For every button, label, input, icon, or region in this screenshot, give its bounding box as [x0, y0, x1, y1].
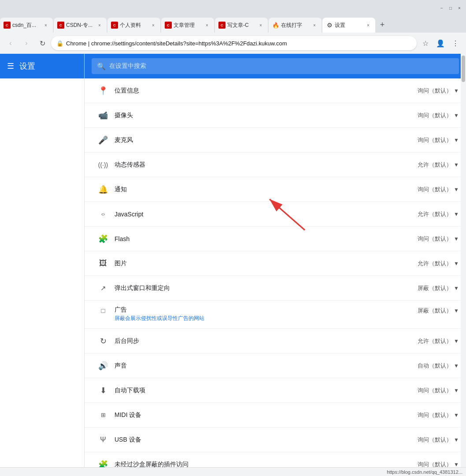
dropdown-arrow-icon: ▼	[454, 461, 459, 468]
new-tab-button[interactable]: +	[376, 19, 388, 31]
download-icon: ⬇	[95, 386, 111, 395]
browser-brand: Chrome	[66, 40, 86, 47]
tab-label: 在线打字	[281, 22, 309, 29]
tab-close[interactable]: ×	[150, 22, 157, 29]
account-button[interactable]: 👤	[433, 36, 448, 50]
settings-sidebar-title: 设置	[19, 61, 35, 71]
row-value: 屏蔽（默认）	[418, 307, 452, 315]
tab-favicon: C	[111, 22, 118, 29]
row-control-notification[interactable]: 询问（默认） ▼	[418, 186, 459, 193]
back-button[interactable]: ‹	[4, 36, 18, 50]
tab-write[interactable]: C 写文章-C ×	[215, 18, 268, 33]
tab-label: CSDN-专...	[66, 22, 94, 29]
sound-icon: 🔊	[95, 361, 111, 371]
unsandboxed-icon: 🧩	[95, 460, 111, 468]
settings-row-download[interactable]: ⬇ 自动下载项 询问（默认） ▼	[85, 378, 466, 403]
tab-close[interactable]: ×	[365, 22, 372, 29]
dropdown-arrow-icon: ▼	[454, 437, 459, 443]
row-control-motion[interactable]: 允许（默认） ▼	[418, 161, 459, 169]
tab-close[interactable]: ×	[203, 22, 211, 29]
address-input[interactable]: 🔒 Chrome | chrome://settings/content/sit…	[51, 36, 417, 50]
settings-row-midi[interactable]: ⊞ MIDI 设备 询问（默认） ▼	[85, 403, 466, 428]
row-content-bg-sync: 后台同步	[111, 337, 418, 345]
settings-row-javascript[interactable]: ‹› JavaScript 允许（默认） ▼	[85, 202, 466, 227]
settings-row-location[interactable]: 📍 位置信息 询问（默认） ▼	[85, 78, 466, 103]
row-control-javascript[interactable]: 允许（默认） ▼	[418, 210, 459, 218]
address-url: chrome://settings/content/siteDetails?si…	[91, 40, 287, 47]
close-button[interactable]: ×	[456, 5, 462, 11]
row-value: 询问（默认）	[418, 136, 452, 144]
row-control-microphone[interactable]: 询问（默认） ▼	[418, 136, 459, 144]
address-right-icons: ☆ 👤 ⋮	[418, 36, 462, 50]
tab-typing[interactable]: 🔥 在线打字 ×	[269, 18, 322, 33]
row-content-images: 图片	[111, 260, 418, 268]
row-control-sound[interactable]: 自动（默认） ▼	[418, 362, 459, 370]
settings-row-sound[interactable]: 🔊 声音 自动（默认） ▼	[85, 353, 466, 378]
search-input-wrap[interactable]: 🔍 在设置中搜索	[92, 58, 459, 74]
ads-icon: □	[95, 307, 111, 314]
tab-close[interactable]: ×	[257, 22, 264, 29]
row-control-location[interactable]: 询问（默认） ▼	[418, 87, 459, 95]
forward-button[interactable]: ›	[19, 36, 33, 50]
row-content-ads: 广告 屏蔽会展示侵扰性或误导性广告的网站	[111, 306, 418, 322]
dropdown-arrow-icon: ▼	[454, 186, 459, 193]
row-control-images[interactable]: 允许（默认） ▼	[418, 260, 459, 268]
microphone-icon: 🎤	[95, 135, 111, 145]
tab-close[interactable]: ×	[311, 22, 318, 29]
tab-settings[interactable]: ⚙ 设置 ×	[322, 18, 375, 33]
settings-row-usb[interactable]: Ψ USB 设备 询问（默认） ▼	[85, 428, 466, 452]
scrollbar-thumb[interactable]	[462, 56, 465, 82]
dropdown-arrow-icon: ▼	[454, 112, 459, 119]
row-control-camera[interactable]: 询问（默认） ▼	[418, 112, 459, 119]
bg-sync-icon: ↻	[95, 336, 111, 346]
row-control-ads[interactable]: 屏蔽（默认） ▼	[418, 307, 459, 315]
row-control-unsandboxed[interactable]: 询问（默认） ▼	[418, 461, 459, 468]
row-control-download[interactable]: 询问（默认） ▼	[418, 387, 459, 394]
tab-profile[interactable]: C 个人资料 ×	[107, 18, 160, 33]
settings-row-flash[interactable]: 🧩 Flash 询问（默认） ▼	[85, 227, 466, 251]
refresh-button[interactable]: ↻	[35, 36, 49, 50]
popup-icon: ↗	[95, 284, 111, 292]
address-text: Chrome | chrome://settings/content/siteD…	[66, 40, 287, 47]
tab-csdn1[interactable]: C csdn_百... ×	[0, 18, 53, 33]
row-content-unsandboxed: 未经过沙盒屏蔽的插件访问	[111, 461, 418, 468]
row-control-midi[interactable]: 询问（默认） ▼	[418, 411, 459, 419]
location-icon: 📍	[95, 86, 111, 96]
tab-csdn2[interactable]: C CSDN-专... ×	[54, 18, 107, 33]
row-label: MIDI 设备	[115, 411, 414, 419]
row-value: 询问（默认）	[418, 186, 452, 193]
row-sublabel: 屏蔽会展示侵扰性或误导性广告的网站	[115, 315, 414, 322]
tab-favicon: C	[218, 22, 226, 29]
settings-row-unsandboxed[interactable]: 🧩 未经过沙盒屏蔽的插件访问 询问（默认） ▼	[85, 452, 466, 467]
tab-articles[interactable]: C 文章管理 ×	[161, 18, 214, 33]
settings-row-microphone[interactable]: 🎤 麦克风 询问（默认） ▼	[85, 128, 466, 152]
row-value: 询问（默认）	[418, 112, 452, 119]
settings-row-camera[interactable]: 📹 摄像头 询问（默认） ▼	[85, 103, 466, 128]
minimize-button[interactable]: −	[439, 5, 445, 11]
settings-row-motion[interactable]: ((·)) 动态传感器 允许（默认） ▼	[85, 152, 466, 177]
row-label: 自动下载项	[115, 387, 414, 394]
settings-row-images[interactable]: 🖼 图片 允许（默认） ▼	[85, 251, 466, 276]
tab-label: csdn_百...	[12, 22, 41, 29]
menu-button[interactable]: ⋮	[448, 36, 462, 50]
dropdown-arrow-icon: ▼	[454, 308, 459, 314]
row-label: 通知	[115, 186, 414, 193]
settings-row-bg-sync[interactable]: ↻ 后台同步 允许（默认） ▼	[85, 329, 466, 353]
row-control-usb[interactable]: 询问（默认） ▼	[418, 436, 459, 444]
row-control-flash[interactable]: 询问（默认） ▼	[418, 235, 459, 243]
row-control-popup[interactable]: 屏蔽（默认） ▼	[418, 284, 459, 292]
tab-close[interactable]: ×	[42, 22, 49, 29]
bookmark-button[interactable]: ☆	[418, 36, 433, 50]
row-label: 未经过沙盒屏蔽的插件访问	[115, 461, 414, 468]
settings-main: 🔍 在设置中搜索 📍 位置信息 询问（默认） ▼	[85, 54, 466, 467]
motion-icon: ((·))	[95, 161, 111, 168]
row-label: 弹出式窗口和重定向	[115, 284, 414, 292]
settings-row-popup[interactable]: ↗ 弹出式窗口和重定向 屏蔽（默认） ▼	[85, 276, 466, 301]
row-control-bg-sync[interactable]: 允许（默认） ▼	[418, 337, 459, 345]
tab-close[interactable]: ×	[96, 22, 103, 29]
settings-row-ads[interactable]: □ 广告 屏蔽会展示侵扰性或误导性广告的网站 屏蔽（默认） ▼	[85, 301, 466, 329]
settings-row-notification[interactable]: 🔔 通知 询问（默认） ▼	[85, 177, 466, 202]
hamburger-icon[interactable]: ☰	[7, 61, 14, 71]
maximize-button[interactable]: □	[448, 5, 454, 11]
search-icon: 🔍	[97, 62, 106, 71]
